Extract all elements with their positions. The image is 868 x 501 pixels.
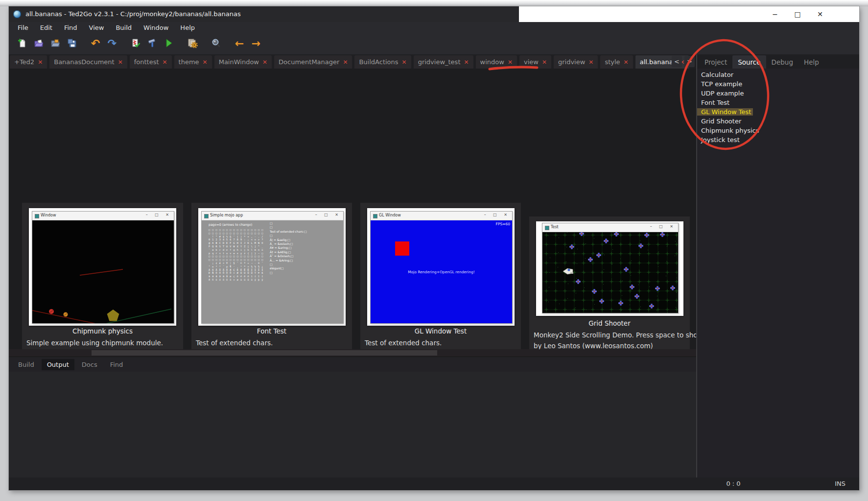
console-tab-docs[interactable]: Docs [76, 359, 103, 370]
menu-view[interactable]: View [84, 23, 110, 32]
menu-edit[interactable]: Edit [35, 23, 58, 32]
demo-thumbnail[interactable]: GL Window– □ ✕Mojo Rendering+OpenGL rend… [367, 208, 515, 326]
panel-tab-source[interactable]: Source [732, 55, 766, 69]
source-item-udp-example[interactable]: UDP example [697, 90, 744, 97]
menu-window[interactable]: Window [138, 23, 174, 32]
source-item-font-test[interactable]: Font Test [697, 99, 729, 106]
tab-gridview[interactable]: gridview✕ [554, 55, 598, 69]
maximize-button[interactable]: □ [786, 6, 809, 22]
panel-tab-debug[interactable]: Debug [766, 55, 798, 69]
tab-window[interactable]: window✕ [476, 55, 517, 69]
console-tab-find[interactable]: Find [105, 359, 129, 370]
check-source-button[interactable] [127, 37, 144, 51]
tab-close-icon[interactable]: ✕ [508, 59, 513, 66]
horizontal-scrollbar[interactable] [9, 349, 696, 357]
tab-close-icon[interactable]: ✕ [343, 59, 348, 66]
tab-label: window [480, 58, 504, 66]
font-test-screen: page=0 (arrows to change)□ □ □ □ □ □ □ □… [202, 220, 343, 323]
demo-title: Chipmunk physics [22, 327, 183, 335]
panel-tab-project[interactable]: Project [699, 55, 732, 69]
menu-find[interactable]: Find [59, 23, 83, 32]
tab-close-icon[interactable]: ✕ [624, 59, 629, 66]
demo-card-chipmunk-physics[interactable]: Window– □ ✕Chipmunk physicsSimple exampl… [22, 203, 183, 349]
open-file-icon [34, 38, 44, 50]
menu-file[interactable]: File [12, 23, 34, 32]
desktop: all.bananas - Ted2Go v2.3.1 - C:/proj/mo… [0, 0, 868, 501]
open-project-button[interactable] [47, 37, 64, 51]
redo-button[interactable]: ↷ [104, 37, 120, 51]
tab-style[interactable]: style✕ [600, 55, 633, 69]
tab-view[interactable]: view✕ [519, 55, 551, 69]
mini-window-controls: – □ ✕ [650, 224, 676, 229]
svg-text:Mojo Rendering+OpenGL renderin: Mojo Rendering+OpenGL rendering! [408, 270, 474, 274]
demo-card-grid-shooter[interactable]: Test– □ ✕Grid ShooterMonkey2 Side Scroll… [529, 216, 690, 349]
console-tab-output[interactable]: Output [42, 359, 74, 370]
source-item-tcp-example[interactable]: TCP example [697, 80, 742, 88]
new-file-button[interactable] [14, 37, 30, 51]
mini-window-title: GL Window [379, 213, 401, 217]
horizontal-scrollbar-thumb[interactable] [92, 350, 437, 356]
tab--ted2[interactable]: +Ted2✕ [10, 55, 47, 69]
source-item-chipmunk-physics[interactable]: Chipmunk physics [697, 127, 759, 134]
navigate-forward-button[interactable]: → [248, 37, 264, 51]
build-button[interactable] [144, 37, 161, 51]
demo-card-font-test[interactable]: Simple mojo app– □ ✕page=0 (arrows to ch… [191, 203, 352, 349]
source-item-joystick-test[interactable]: Joystick test [697, 136, 740, 143]
demo-thumbnail[interactable]: Test– □ ✕ [536, 221, 683, 316]
font-test-header: page=0 (arrows to change) [209, 223, 252, 227]
tab-documentmanager[interactable]: DocumentManager✕ [274, 55, 352, 69]
menu-bar-spacer [519, 22, 859, 33]
close-button[interactable]: ✕ [809, 6, 831, 22]
mini-window-controls: – □ ✕ [146, 213, 172, 217]
tab-close-icon[interactable]: ✕ [542, 59, 547, 66]
save-icon [67, 38, 77, 50]
tab-fonttest[interactable]: fonttest✕ [130, 55, 172, 69]
source-list-row: Calculator [697, 70, 859, 79]
insert-mode-indicator: INS [835, 480, 845, 487]
mini-window-titlebar: Test– □ ✕ [542, 223, 678, 232]
tab-close-icon[interactable]: ✕ [402, 59, 407, 66]
console-tab-build[interactable]: Build [13, 359, 40, 370]
panel-tab-help[interactable]: Help [798, 55, 824, 69]
navigate-back-button[interactable]: ← [231, 37, 248, 51]
demo-card-gl-window-test[interactable]: GL Window– □ ✕Mojo Rendering+OpenGL rend… [360, 203, 521, 349]
minimize-button[interactable]: − [764, 6, 786, 22]
window-controls: −□✕ [519, 6, 859, 22]
tab-label: gridview [558, 58, 585, 66]
tab-scroll-forward-button[interactable]: > [684, 56, 695, 67]
tab-bananasdocument[interactable]: BananasDocument✕ [49, 55, 127, 69]
tab-label: view [524, 58, 539, 66]
tab-close-icon[interactable]: ✕ [118, 59, 123, 66]
font-test-char-grid: □ □ □ □ □ □ □ □ □ □ □ □ □ □ □ □ □ □ □ □ … [209, 228, 263, 282]
new-file-icon [17, 38, 27, 50]
mini-window-icon [373, 214, 377, 218]
open-file-button[interactable] [30, 37, 47, 51]
menu-help[interactable]: Help [175, 23, 200, 32]
tab-close-icon[interactable]: ✕ [163, 59, 167, 66]
mini-window-title: Window [41, 213, 56, 217]
tab-close-icon[interactable]: ✕ [464, 59, 469, 66]
menu-build[interactable]: Build [110, 23, 137, 32]
save-button[interactable] [64, 37, 80, 51]
tab-mainwindow[interactable]: MainWindow✕ [214, 55, 272, 69]
tab-close-icon[interactable]: ✕ [203, 59, 208, 66]
demo-description: Monkey2 Side Scrolling Demo. Press space… [534, 331, 696, 339]
demo-thumbnail[interactable]: Simple mojo app– □ ✕page=0 (arrows to ch… [198, 208, 346, 326]
tab-gridview-test[interactable]: gridview_test✕ [414, 55, 473, 69]
undo-button[interactable]: ↶ [87, 37, 104, 51]
demo-thumbnail[interactable]: Window– □ ✕ [29, 208, 176, 326]
run-button[interactable] [161, 37, 177, 51]
source-item-gl-window-test[interactable]: GL Window Test [697, 108, 753, 116]
tab-close-icon[interactable]: ✕ [588, 59, 593, 66]
source-item-calculator[interactable]: Calculator [697, 71, 733, 78]
build-settings-button[interactable] [184, 37, 201, 51]
find-button[interactable] [208, 37, 224, 51]
source-item-grid-shooter[interactable]: Grid Shooter [697, 118, 741, 125]
mini-window-titlebar: Simple mojo app– □ ✕ [202, 212, 343, 220]
tab-scroll-back-button[interactable]: < [672, 56, 682, 67]
tab-theme[interactable]: theme✕ [174, 55, 212, 69]
tab-close-icon[interactable]: ✕ [38, 59, 43, 66]
tab-buildactions[interactable]: BuildActions✕ [354, 55, 411, 69]
tab-close-icon[interactable]: ✕ [262, 59, 267, 66]
title-bar[interactable]: all.bananas - Ted2Go v2.3.1 - C:/proj/mo… [9, 6, 859, 22]
